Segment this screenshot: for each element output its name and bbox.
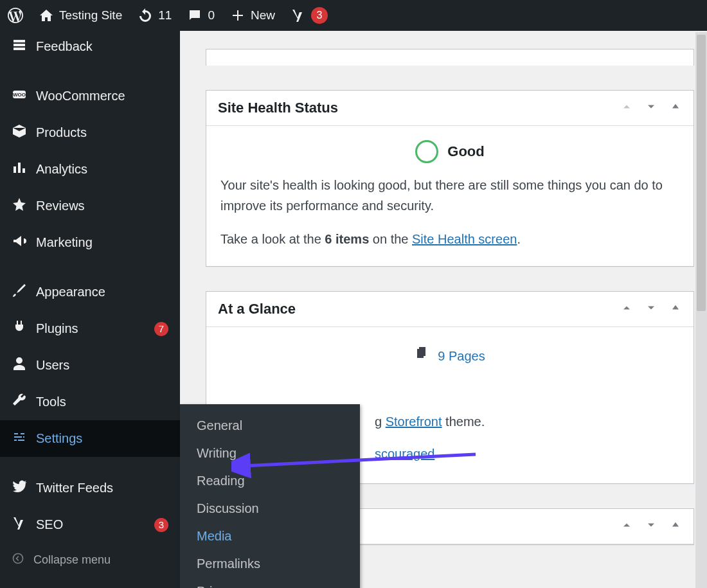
admin-bar: Testing Site 11 0 New 3 bbox=[0, 0, 707, 31]
wrench-icon bbox=[12, 393, 27, 411]
collapse-menu[interactable]: Collapse menu bbox=[0, 543, 180, 577]
toggle-icon[interactable] bbox=[669, 100, 682, 116]
health-status: Good bbox=[447, 140, 484, 163]
sidebar-item-label: Appearance bbox=[36, 285, 168, 299]
sidebar-item-marketing[interactable]: Marketing bbox=[0, 224, 180, 261]
woo-icon: WOO bbox=[12, 87, 27, 105]
comments[interactable]: 0 bbox=[179, 0, 222, 31]
chevron-up-icon[interactable] bbox=[620, 519, 633, 534]
sidebar-item-label: WooCommerce bbox=[36, 89, 168, 103]
new-label: New bbox=[251, 8, 275, 22]
submenu-item-media[interactable]: Media bbox=[180, 522, 360, 550]
yoast-seo[interactable]: 3 bbox=[283, 0, 336, 31]
widget-header: At a Glance bbox=[206, 292, 694, 327]
scrollbar-track[interactable] bbox=[695, 32, 707, 588]
wp-logo[interactable] bbox=[0, 0, 31, 31]
sidebar-item-seo[interactable]: SEO 3 bbox=[0, 506, 180, 543]
submenu-item-privacy[interactable]: Privacy bbox=[180, 578, 360, 588]
plug-icon bbox=[12, 319, 27, 338]
theme-link[interactable]: Storefront bbox=[386, 414, 442, 429]
comments-count: 0 bbox=[208, 8, 215, 22]
sidebar-item-label: Settings bbox=[36, 431, 168, 446]
comment-icon bbox=[187, 8, 202, 23]
toggle-icon[interactable] bbox=[669, 301, 682, 317]
megaphone-icon bbox=[12, 233, 27, 252]
sidebar-item-label: Feedback bbox=[36, 39, 168, 54]
sidebar-item-label: Marketing bbox=[36, 235, 168, 250]
collapse-icon bbox=[12, 552, 24, 568]
submenu-item-writing[interactable]: Writing bbox=[180, 440, 360, 467]
submenu-item-reading[interactable]: Reading bbox=[180, 467, 360, 495]
chevron-down-icon[interactable] bbox=[645, 301, 658, 317]
plus-icon bbox=[230, 8, 246, 23]
discouraged-link[interactable]: scouraged bbox=[375, 447, 434, 461]
twitter-icon bbox=[12, 479, 27, 497]
scrollbar-thumb[interactable] bbox=[697, 35, 706, 311]
sidebar-item-label: Twitter Feeds bbox=[36, 481, 168, 495]
sidebar-item-woocommerce[interactable]: WOO WooCommerce bbox=[0, 78, 180, 114]
bar-chart-icon bbox=[12, 160, 27, 179]
collapse-label: Collapse menu bbox=[33, 553, 111, 567]
sidebar-item-plugins[interactable]: Plugins 7 bbox=[0, 310, 180, 347]
widget-body: Good Your site's health is looking good,… bbox=[206, 126, 694, 266]
sidebar-item-reviews[interactable]: Reviews bbox=[0, 188, 180, 224]
sidebar-item-label: Plugins bbox=[36, 321, 145, 336]
sidebar-item-users[interactable]: Users bbox=[0, 347, 180, 384]
health-text: Your site's health is looking good, but … bbox=[220, 175, 679, 216]
sliders-icon bbox=[12, 429, 27, 448]
site-name: Testing Site bbox=[59, 8, 122, 22]
sidebar-item-label: Products bbox=[36, 125, 168, 140]
star-icon bbox=[12, 197, 27, 215]
submenu-item-discussion[interactable]: Discussion bbox=[180, 495, 360, 522]
updates-count: 11 bbox=[158, 8, 172, 22]
plugins-badge: 7 bbox=[154, 322, 168, 336]
pages-link[interactable]: 9 Pages bbox=[438, 346, 485, 366]
refresh-icon bbox=[138, 8, 153, 23]
brush-icon bbox=[12, 283, 27, 301]
chevron-down-icon[interactable] bbox=[645, 519, 658, 534]
chevron-up-icon[interactable] bbox=[620, 100, 633, 116]
new-content[interactable]: New bbox=[222, 0, 283, 31]
pages-icon bbox=[415, 345, 430, 366]
chevron-down-icon[interactable] bbox=[645, 100, 658, 116]
widget-top-stub bbox=[206, 49, 694, 66]
submenu-item-permalinks[interactable]: Permalinks bbox=[180, 550, 360, 578]
sidebar-item-settings[interactable]: Settings bbox=[0, 420, 180, 457]
yoast-badge: 3 bbox=[311, 7, 328, 24]
sidebar-item-label: Reviews bbox=[36, 199, 168, 213]
svg-point-2 bbox=[13, 554, 23, 564]
site-health-link[interactable]: Site Health screen bbox=[412, 232, 517, 246]
sidebar-item-appearance[interactable]: Appearance bbox=[0, 274, 180, 310]
updates[interactable]: 11 bbox=[130, 0, 179, 31]
seo-badge: 3 bbox=[154, 518, 168, 532]
widget-title: At a Glance bbox=[218, 301, 620, 317]
site-home[interactable]: Testing Site bbox=[31, 0, 130, 31]
sidebar-item-label: Analytics bbox=[36, 162, 168, 177]
widget-title: Site Health Status bbox=[218, 100, 620, 116]
sidebar-item-label: Users bbox=[36, 358, 168, 373]
user-icon bbox=[12, 356, 27, 375]
widget-site-health: Site Health Status Good Your site's heal… bbox=[206, 90, 694, 267]
yoast-icon bbox=[291, 8, 306, 23]
submenu-item-general[interactable]: General bbox=[180, 412, 360, 440]
sidebar-item-feedback[interactable]: Feedback bbox=[0, 31, 180, 65]
box-icon bbox=[12, 123, 27, 142]
feedback-icon bbox=[12, 37, 27, 56]
widget-header: Site Health Status bbox=[206, 91, 694, 126]
health-link-line: Take a look at the 6 items on the Site H… bbox=[220, 229, 679, 249]
sidebar-item-twitter[interactable]: Twitter Feeds bbox=[0, 470, 180, 506]
admin-sidebar: Feedback WOO WooCommerce Products Analyt… bbox=[0, 31, 180, 588]
chevron-up-icon[interactable] bbox=[620, 301, 633, 317]
sidebar-item-tools[interactable]: Tools bbox=[0, 384, 180, 420]
toggle-icon[interactable] bbox=[669, 519, 682, 534]
wordpress-icon bbox=[8, 8, 23, 23]
settings-submenu: General Writing Reading Discussion Media… bbox=[180, 404, 360, 588]
sidebar-item-analytics[interactable]: Analytics bbox=[0, 151, 180, 188]
home-icon bbox=[39, 8, 54, 23]
sidebar-item-label: SEO bbox=[36, 517, 145, 532]
svg-text:WOO: WOO bbox=[13, 92, 26, 98]
health-circle-icon bbox=[415, 140, 438, 163]
sidebar-item-products[interactable]: Products bbox=[0, 114, 180, 151]
yoast-icon bbox=[12, 515, 27, 534]
sidebar-item-label: Tools bbox=[36, 395, 168, 409]
